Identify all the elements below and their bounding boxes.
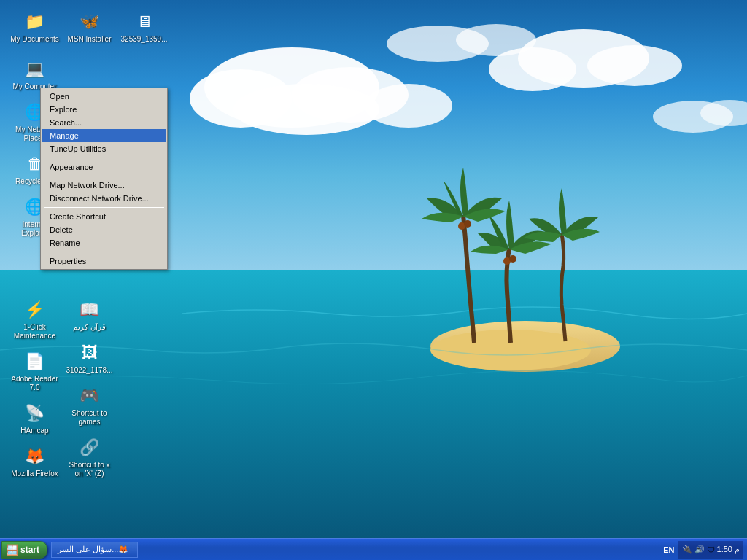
start-button[interactable]: 🪟 start [1, 541, 47, 559]
shortcut-x-icon: 🔗 [78, 436, 101, 459]
hamcap-icon: 📡 [23, 402, 47, 425]
menu-item-properties[interactable]: Properties [42, 254, 166, 268]
menu-item-appearance[interactable]: Appearance [42, 160, 166, 174]
desktop-icon-my-documents[interactable]: 📁 My Documents [7, 7, 62, 47]
desktop-icon-label: 1-Click Maintenance [10, 323, 59, 341]
file-31022-icon: 🖼 [78, 341, 101, 365]
desktop-icon-one-click[interactable]: ⚡ 1-Click Maintenance [7, 295, 62, 343]
adobe-icon: 📄 [23, 350, 47, 373]
desktop-icon-quran[interactable]: 📖 قرآن كريم [62, 295, 117, 335]
menu-separator-3 [44, 207, 164, 208]
desktop-icon-label: MSN Installer [67, 35, 111, 44]
desktop-icon-label: Shortcut to x on 'X' (Z) [65, 461, 114, 478]
menu-item-delete[interactable]: Delete [42, 223, 166, 236]
taskbar-window-title: ...سؤال على السر [58, 545, 118, 554]
desktop-icon-label: 31022_1178... [66, 366, 113, 375]
taskbar-active-window[interactable]: 🦊 ...سؤال على السر [51, 542, 138, 558]
firefox-taskbar-icon: 🦊 [118, 545, 128, 554]
one-click-icon: ⚡ [23, 298, 47, 322]
language-indicator[interactable]: EN [663, 545, 674, 554]
my-documents-icon: 📁 [23, 10, 47, 34]
desktop-icon-shortcut-games[interactable]: 🎮 Shortcut to games [62, 381, 117, 429]
menu-item-map-network[interactable]: Map Network Drive... [42, 179, 166, 192]
system-clock: م 1:50 [717, 545, 740, 554]
desktop-icon-label: Mozilla Firefox [11, 470, 58, 478]
menu-item-disconnect-network[interactable]: Disconnect Network Drive... [42, 192, 166, 205]
menu-item-tuneup[interactable]: TuneUp Utilities [42, 142, 166, 155]
firefox-icon: 🦊 [23, 445, 47, 468]
menu-separator-4 [44, 252, 164, 252]
desktop-icon-hamcap[interactable]: 📡 HAmcap [7, 399, 62, 438]
volume-tray-icon: 🔊 [694, 545, 705, 554]
taskbar: 🪟 start 🦊 ...سؤال على السر EN 🔌 🔊 🛡 م 1:… [0, 538, 747, 560]
desktop-icon-label: HAmcap [20, 427, 48, 435]
desktop-icon-mozilla[interactable]: 🦊 Mozilla Firefox [7, 442, 62, 481]
desktop-icon-label: Shortcut to games [65, 409, 114, 427]
start-label: start [20, 545, 39, 555]
menu-item-manage[interactable]: Manage [42, 129, 166, 142]
desktop-icon-file-32539[interactable]: 🖥 32539_1359... [117, 7, 171, 47]
menu-item-rename[interactable]: Rename [42, 236, 166, 249]
system-tray: 🔌 🔊 🛡 م 1:50 [678, 541, 743, 559]
menu-separator-2 [44, 176, 164, 176]
network-tray-icon: 🔌 [682, 545, 692, 554]
taskbar-right: EN 🔌 🔊 🛡 م 1:50 [663, 541, 747, 559]
antivirus-tray-icon: 🛡 [707, 545, 715, 554]
windows-logo-icon: 🪟 [6, 544, 18, 556]
desktop-icon-label: قرآن كريم [73, 323, 106, 332]
desktop-icon-msn-installer[interactable]: 🦋 MSN Installer [62, 7, 117, 47]
shortcut-games-icon: 🎮 [78, 384, 101, 408]
menu-item-open[interactable]: Open [42, 90, 166, 103]
menu-item-explore[interactable]: Explore [42, 103, 166, 116]
desktop-icon-adobe-reader[interactable]: 📄 Adobe Reader 7.0 [7, 347, 62, 395]
desktop-icon-label: My Documents [10, 35, 59, 44]
menu-item-create-shortcut[interactable]: Create Shortcut [42, 210, 166, 223]
my-computer-icon: 💻 [23, 58, 47, 81]
context-menu: Open Explore Search... Manage TuneUp Uti… [40, 88, 168, 270]
file-32539-icon: 🖥 [133, 10, 156, 34]
menu-item-search[interactable]: Search... [42, 116, 166, 129]
msn-installer-icon: 🦋 [78, 10, 101, 34]
desktop-icon-file-31022[interactable]: 🖼 31022_1178... [62, 338, 117, 378]
desktop-icon-label: 32539_1359... [121, 35, 168, 44]
quran-icon: 📖 [78, 298, 101, 322]
menu-separator-1 [44, 158, 164, 158]
desktop-icon-label: Adobe Reader 7.0 [10, 375, 59, 392]
taskbar-items: 🦊 ...سؤال على السر [47, 542, 663, 558]
desktop-icon-shortcut-x[interactable]: 🔗 Shortcut to x on 'X' (Z) [62, 433, 117, 481]
